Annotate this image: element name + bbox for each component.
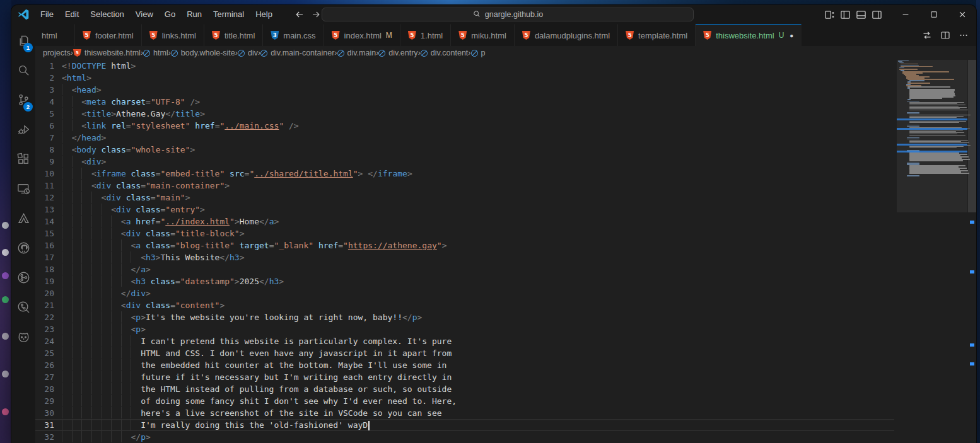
code-line[interactable]: 24I can't pretend this website is partic… (35, 335, 894, 347)
activity-item-a-logo[interactable] (11, 205, 35, 233)
breadcrumb-item-html[interactable]: html (143, 49, 168, 57)
code-line[interactable]: 26the embedded hit counter at the bottom… (35, 359, 894, 371)
window-minimize-button[interactable] (891, 5, 919, 24)
code-line[interactable]: 21<div class="content"> (35, 299, 894, 311)
code-line[interactable]: 12<div class="main"> (35, 192, 894, 204)
breadcrumb-item-div.main-container[interactable]: div.main-container (260, 49, 334, 57)
line-number[interactable]: 14 (35, 216, 62, 227)
code-line[interactable]: 5<title>Athene.Gay</title> (35, 108, 894, 120)
line-number[interactable]: 12 (35, 192, 62, 204)
code-line[interactable]: 27future if it's necessary but I'm writi… (35, 371, 894, 383)
customize-layout-icon[interactable] (824, 9, 835, 20)
code-line[interactable]: 23<p> (35, 323, 894, 335)
tab-links.html[interactable]: 5links.html (142, 24, 204, 46)
code-line[interactable]: 25HTML and CSS. I don't even have any ja… (35, 347, 894, 359)
toggle-primary-sidebar-icon[interactable] (840, 9, 851, 20)
tab-footer.html[interactable]: 5footer.html (75, 24, 142, 46)
line-number[interactable]: 11 (35, 180, 62, 192)
code-line[interactable]: 17<h3>This Website</h3> (35, 251, 894, 263)
menu-selection[interactable]: Selection (85, 5, 129, 24)
line-number[interactable]: 2 (35, 72, 62, 84)
minimap[interactable] (897, 60, 967, 443)
back-arrow-icon[interactable] (295, 9, 305, 20)
breadcrumb-item-div[interactable]: div (238, 49, 258, 57)
activity-item-remote-explorer[interactable] (11, 176, 35, 204)
line-number[interactable]: 23 (35, 323, 62, 335)
activity-item-search[interactable] (11, 57, 35, 85)
line-number[interactable]: 10 (35, 168, 62, 180)
line-number[interactable]: 19 (35, 275, 62, 287)
line-number[interactable]: 1 (35, 60, 62, 72)
code-line[interactable]: 28the HTML instead of pulling from a dat… (35, 383, 894, 395)
menu-go[interactable]: Go (159, 5, 181, 24)
tab-thiswebsite.html[interactable]: 5thiswebsite.htmlU● (696, 24, 802, 46)
code-line[interactable]: 11<div class="main-container"> (35, 180, 894, 192)
code-line[interactable]: 2<html> (35, 72, 894, 84)
line-number[interactable]: 28 (35, 383, 62, 395)
line-number[interactable]: 21 (35, 299, 62, 311)
tab-dalamudplugins.html[interactable]: 5dalamudplugins.html (515, 24, 618, 46)
breadcrumb-item-div.main[interactable]: div.main (337, 49, 376, 57)
tab-main.css[interactable]: 3main.css (263, 24, 324, 46)
open-changes-icon[interactable] (919, 27, 935, 43)
menu-view[interactable]: View (130, 5, 159, 24)
code-line[interactable]: 4<meta charset="UTF-8" /> (35, 96, 894, 108)
code-line[interactable]: 22<p>It's the website you're looking at … (35, 311, 894, 323)
breadcrumb-item-thiswebsite.html[interactable]: 5thiswebsite.html (73, 49, 141, 57)
code-line[interactable]: 31I'm really doing this the 'old-fashion… (35, 419, 894, 431)
code-area[interactable]: 1<!DOCTYPE html>2<html>3<head>4<meta cha… (35, 60, 894, 443)
breadcrumb-item-div.entry[interactable]: div.entry (378, 49, 417, 57)
activity-item-godot-tools[interactable] (11, 324, 35, 352)
tab-html[interactable]: html (35, 24, 75, 46)
line-number[interactable]: 8 (35, 144, 62, 156)
line-number[interactable]: 20 (35, 287, 62, 299)
window-maximize-button[interactable] (919, 5, 948, 24)
command-center[interactable]: gnargle.github.io (322, 8, 694, 21)
window-close-button[interactable] (948, 5, 976, 24)
line-number[interactable]: 32 (35, 431, 62, 443)
activity-item-run-and-debug[interactable] (11, 117, 35, 144)
line-number[interactable]: 16 (35, 239, 62, 251)
scrollbar-thumb[interactable] (968, 60, 976, 212)
line-number[interactable]: 17 (35, 251, 62, 263)
menu-help[interactable]: Help (250, 5, 278, 24)
code-line[interactable]: 32</p> (35, 431, 894, 443)
split-editor-icon[interactable] (937, 27, 953, 43)
activity-item-source-control[interactable]: 2 (11, 87, 35, 115)
code-line[interactable]: 6<link rel="stylesheet" href="../main.cs… (35, 120, 894, 132)
line-number[interactable]: 5 (35, 108, 62, 120)
breadcrumb-item-body.whole-site[interactable]: body.whole-site (171, 49, 235, 57)
activity-item-extensions[interactable] (11, 146, 35, 174)
breadcrumb-item-projects[interactable]: projects (43, 49, 71, 57)
line-number[interactable]: 7 (35, 132, 62, 144)
line-number[interactable]: 27 (35, 371, 62, 383)
code-line[interactable]: 16<a class="blog-title" target="_blank" … (35, 239, 894, 251)
line-number[interactable]: 4 (35, 96, 62, 108)
line-number[interactable]: 9 (35, 156, 62, 168)
line-number[interactable]: 31 (35, 419, 62, 431)
line-number[interactable]: 15 (35, 227, 62, 239)
activity-item-git-graph[interactable] (11, 265, 35, 292)
menu-terminal[interactable]: Terminal (207, 5, 250, 24)
dirty-dot-icon[interactable]: ● (790, 32, 793, 39)
code-line[interactable]: 10<iframe class="embed-title" src="../sh… (35, 168, 894, 180)
tab-title.html[interactable]: 5title.html (204, 24, 263, 46)
tab-index.html[interactable]: 5index.htmlM (324, 24, 400, 46)
line-number[interactable]: 22 (35, 311, 62, 323)
tab-miku.html[interactable]: 5miku.html (451, 24, 515, 46)
line-number[interactable]: 3 (35, 84, 62, 96)
vscode-logo-icon[interactable] (17, 8, 30, 21)
activity-item-github[interactable] (11, 235, 35, 263)
breadcrumb-item-div.content[interactable]: div.content (421, 49, 469, 57)
code-line[interactable]: 1<!DOCTYPE html> (35, 60, 894, 72)
code-line[interactable]: 3<head> (35, 84, 894, 96)
tab-template.html[interactable]: 5template.html (618, 24, 696, 46)
code-line[interactable]: 18</a> (35, 263, 894, 275)
line-number[interactable]: 29 (35, 395, 62, 407)
code-line[interactable]: 9<div> (35, 156, 894, 168)
line-number[interactable]: 13 (35, 204, 62, 216)
line-number[interactable]: 18 (35, 263, 62, 275)
code-line[interactable]: 20</div> (35, 287, 894, 299)
toggle-panel-icon[interactable] (856, 9, 866, 20)
line-number[interactable]: 25 (35, 347, 62, 359)
